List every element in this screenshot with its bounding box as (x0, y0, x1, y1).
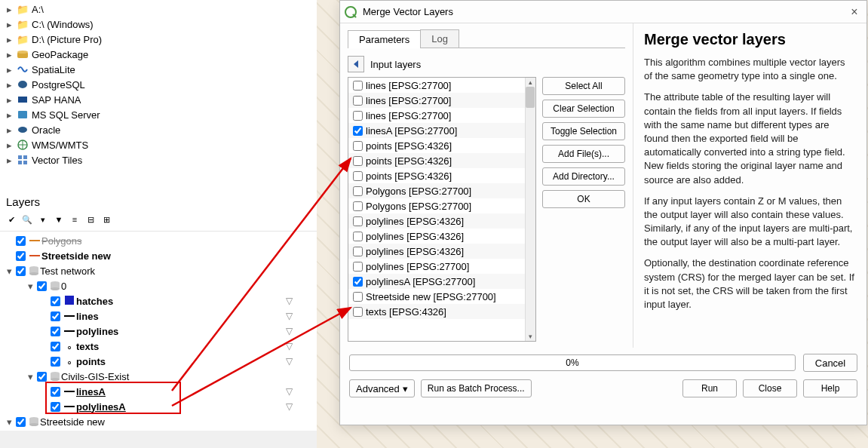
list-item-checkbox[interactable] (353, 262, 363, 272)
list-item-checkbox[interactable] (353, 156, 363, 166)
input-layers-list[interactable]: lines [EPSG:27700]lines [EPSG:27700]line… (348, 77, 536, 342)
list-item-checkbox[interactable] (353, 171, 363, 181)
filter-icon[interactable]: ▽ (286, 386, 293, 397)
browser-item[interactable]: ▸WMS/WMTS (5, 137, 312, 152)
add-directory-button[interactable]: Add Directory... (542, 167, 625, 186)
browser-item[interactable]: ▸SpatiaLite (5, 62, 312, 77)
filter-icon[interactable]: ▽ (286, 311, 293, 321)
layer-group-0[interactable]: ▾0 (2, 278, 315, 293)
layer-points[interactable]: ∘points▽ (2, 354, 315, 369)
browser-item[interactable]: ▸Oracle (5, 122, 312, 137)
expand-icon[interactable]: ≡ (68, 213, 81, 226)
list-item[interactable]: polylines [EPSG:4326] (348, 244, 525, 259)
browser-item[interactable]: ▸📁D:\ (Picture Pro) (5, 32, 312, 47)
list-item[interactable]: points [EPSG:4326] (348, 168, 525, 183)
browser-item[interactable]: ▸MS SQL Server (5, 107, 312, 122)
list-item[interactable]: lines [EPSG:27700] (348, 108, 525, 123)
list-item-label: lines [EPSG:27700] (366, 95, 451, 106)
scroll-down-icon[interactable]: ▾ (525, 332, 535, 341)
add-files-button[interactable]: Add File(s)... (542, 145, 625, 163)
list-item[interactable]: Polygons [EPSG:27700] (348, 198, 525, 213)
layer-texts[interactable]: ∘texts▽ (2, 339, 315, 354)
style-icon[interactable]: ✔ (5, 213, 18, 226)
filter-icon[interactable]: ▽ (286, 341, 293, 351)
list-item[interactable]: lines [EPSG:27700] (348, 78, 525, 93)
scrollbar[interactable]: ▴ ▾ (525, 78, 535, 341)
browser-item[interactable]: ▸PostgreSQL (5, 77, 312, 92)
layer-polylinesA[interactable]: polylinesA▽ (2, 399, 315, 414)
layer-civils-group[interactable]: ▾Civils-GIS-Exist (2, 369, 315, 384)
list-item-checkbox[interactable] (353, 277, 363, 287)
close-icon[interactable]: × (847, 5, 862, 19)
layer-streetside-2[interactable]: ▾Streetside new (2, 414, 315, 429)
run-batch-button[interactable]: Run as Batch Process... (421, 379, 532, 397)
collapse-icon[interactable]: ⊟ (84, 213, 97, 226)
tab-log[interactable]: Log (420, 29, 459, 48)
list-item-checkbox[interactable] (353, 186, 363, 196)
ok-button[interactable]: OK (542, 190, 625, 208)
list-item-checkbox[interactable] (353, 247, 363, 256)
list-item[interactable]: Streetside new [EPSG:27700] (348, 289, 525, 304)
help-button[interactable]: Help (803, 379, 857, 397)
list-item[interactable]: points [EPSG:4326] (348, 138, 525, 153)
list-item-checkbox[interactable] (353, 96, 363, 106)
help-text: Optionally, the destination coordinate r… (644, 256, 856, 311)
list-item[interactable]: polylines [EPSG:4326] (348, 229, 525, 244)
list-item[interactable]: Polygons [EPSG:27700] (348, 183, 525, 198)
list-item-checkbox[interactable] (353, 111, 363, 121)
scroll-up-icon[interactable]: ▴ (525, 78, 535, 87)
toggle-selection-button[interactable]: Toggle Selection (542, 122, 625, 140)
cancel-button[interactable]: Cancel (803, 354, 857, 372)
close-button[interactable]: Close (743, 379, 797, 397)
select-all-button[interactable]: Select All (542, 77, 625, 95)
folder-icon: 📁 (17, 18, 29, 30)
browser-item[interactable]: ▸📁A:\ (5, 2, 312, 17)
qgis-icon (345, 6, 357, 18)
list-item-checkbox[interactable] (353, 81, 363, 91)
titlebar[interactable]: Merge Vector Layers × (340, 1, 866, 23)
run-button[interactable]: Run (682, 379, 737, 397)
svg-rect-10 (23, 161, 27, 164)
list-item[interactable]: points [EPSG:4326] (348, 153, 525, 168)
layer-hatches[interactable]: hatches▽ (2, 293, 315, 308)
filter-icon[interactable]: ▽ (286, 326, 293, 336)
list-item-checkbox[interactable] (353, 216, 363, 226)
db-icon (28, 416, 40, 428)
layer-polylines[interactable]: polylines▽ (2, 324, 315, 339)
browser-item[interactable]: ▸Vector Tiles (5, 152, 312, 167)
filter-icon[interactable]: ▽ (286, 296, 293, 306)
funnel-icon[interactable]: ▼ (52, 213, 66, 226)
list-item[interactable]: lines [EPSG:27700] (348, 93, 525, 108)
svg-rect-8 (23, 155, 27, 159)
filter-icon[interactable]: 🔍 (20, 213, 34, 226)
tab-parameters[interactable]: Parameters (348, 30, 421, 48)
layer-linesA[interactable]: linesA▽ (2, 384, 315, 399)
list-item-checkbox[interactable] (353, 141, 363, 151)
back-button[interactable] (348, 56, 364, 72)
expr-icon[interactable]: ▾ (36, 213, 50, 226)
browser-item[interactable]: ▸GeoPackage (5, 47, 312, 62)
browser-item[interactable]: ▸📁C:\ (Windows) (5, 17, 312, 32)
list-item[interactable]: linesA [EPSG:27700] (348, 123, 525, 138)
list-item[interactable]: polylines [EPSG:4326] (348, 213, 525, 229)
layer-test-network[interactable]: ▾Test network (2, 263, 315, 278)
layer-streetside[interactable]: Streetside new (2, 248, 315, 263)
list-item-checkbox[interactable] (353, 292, 363, 302)
list-item-checkbox[interactable] (353, 307, 363, 317)
list-item-checkbox[interactable] (353, 126, 363, 136)
clear-selection-button[interactable]: Clear Selection (542, 100, 625, 118)
remove-icon[interactable]: ⊞ (100, 213, 113, 226)
browser-item[interactable]: ▸SAP HANA (5, 92, 312, 107)
layer-lines[interactable]: lines▽ (2, 308, 315, 324)
filter-icon[interactable]: ▽ (286, 401, 293, 412)
list-item-checkbox[interactable] (353, 201, 363, 211)
scrollbar-thumb[interactable] (526, 87, 535, 108)
list-item-label: polylines [EPSG:4326] (366, 216, 464, 227)
filter-icon[interactable]: ▽ (286, 356, 293, 367)
list-item[interactable]: texts [EPSG:4326] (348, 304, 525, 319)
list-item-checkbox[interactable] (353, 232, 363, 241)
advanced-button[interactable]: Advanced▾ (349, 379, 415, 397)
list-item[interactable]: polylines [EPSG:27700] (348, 259, 525, 274)
list-item[interactable]: polylinesA [EPSG:27700] (348, 274, 525, 289)
layer-polygons[interactable]: Polygons (2, 233, 315, 248)
